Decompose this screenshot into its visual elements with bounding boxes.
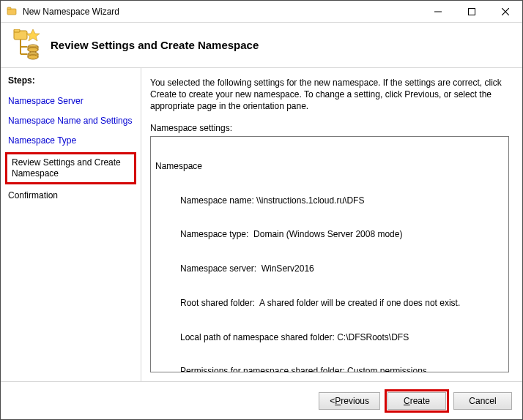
step-confirmation: Confirmation	[1, 186, 141, 206]
step-namespace-server[interactable]: Namespace Server	[1, 91, 141, 111]
settings-group-header: Namespace	[155, 161, 504, 173]
step-namespace-type[interactable]: Namespace Type	[1, 131, 141, 151]
app-icon	[7, 6, 18, 18]
create-button[interactable]: Create	[387, 392, 446, 410]
window-controls	[421, 1, 522, 22]
settings-line: Permissions for namespace shared folder:…	[155, 366, 504, 372]
wizard-window: New Namespace Wizard	[0, 0, 523, 420]
settings-line: Root shared folder: A shared folder will…	[155, 298, 504, 310]
step-review-settings[interactable]: Review Settings and Create Namespace	[5, 152, 136, 184]
step-namespace-name-settings[interactable]: Namespace Name and Settings	[1, 111, 141, 131]
minimize-button[interactable]	[421, 1, 455, 22]
settings-line: Namespace name: \\instructions.1cloud.ru…	[155, 195, 504, 207]
wizard-body: Steps: Namespace Server Namespace Name a…	[1, 68, 522, 381]
settings-line: Namespace type: Domain (Windows Server 2…	[155, 229, 504, 241]
wizard-footer: < Previous Create Cancel	[1, 381, 522, 419]
page-title: Review Settings and Create Namespace	[51, 39, 259, 51]
svg-point-10	[28, 55, 38, 59]
maximize-button[interactable]	[455, 1, 489, 22]
steps-sidebar: Steps: Namespace Server Namespace Name a…	[1, 68, 141, 381]
svg-point-7	[28, 48, 38, 52]
steps-heading: Steps:	[1, 74, 141, 91]
svg-rect-4	[14, 29, 20, 32]
cancel-button[interactable]: Cancel	[453, 392, 512, 410]
wizard-header: Review Settings and Create Namespace	[1, 23, 522, 68]
settings-line: Local path of namespace shared folder: C…	[155, 332, 504, 344]
title-bar: New Namespace Wizard	[1, 1, 522, 23]
window-title: New Namespace Wizard	[23, 7, 421, 17]
settings-label: Namespace settings:	[150, 123, 509, 133]
svg-rect-1	[7, 7, 11, 10]
intro-text: You selected the following settings for …	[150, 77, 509, 113]
namespace-settings-box[interactable]: Namespace Namespace name: \\instructions…	[150, 136, 509, 372]
namespace-wizard-icon	[11, 29, 43, 61]
settings-line: Namespace server: WinServ2016	[155, 263, 504, 275]
main-panel: You selected the following settings for …	[141, 68, 522, 381]
previous-button[interactable]: < Previous	[319, 392, 380, 410]
close-button[interactable]	[489, 1, 522, 22]
svg-rect-2	[469, 8, 475, 15]
